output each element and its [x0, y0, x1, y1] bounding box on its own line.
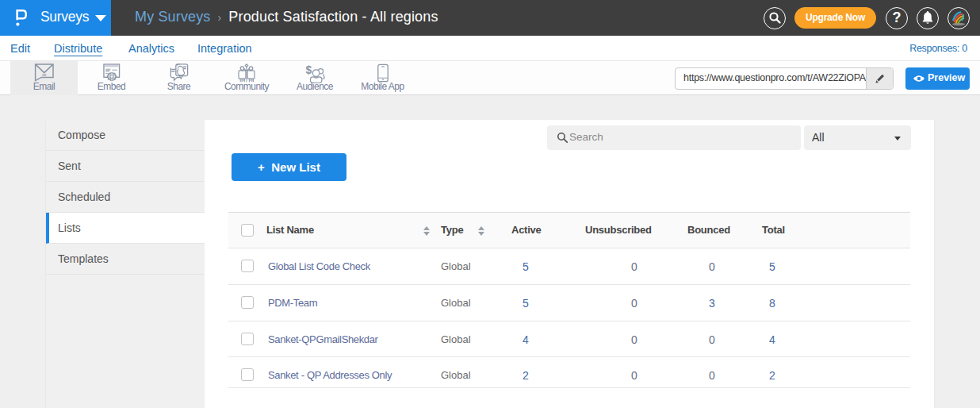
svg-text:$: $ — [305, 64, 312, 76]
